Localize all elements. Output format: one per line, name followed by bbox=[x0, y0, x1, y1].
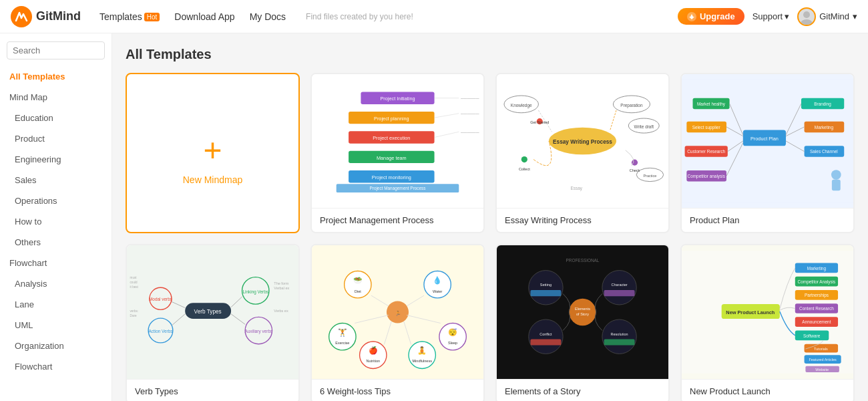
svg-text:Product Plan: Product Plan bbox=[750, 136, 779, 142]
svg-text:Website: Website bbox=[815, 368, 829, 372]
svg-text:Market healthy: Market healthy bbox=[697, 102, 726, 107]
template-card-story[interactable]: Setting Character Conflict Resolution bbox=[495, 244, 670, 401]
svg-text:Action Verbs: Action Verbs bbox=[148, 329, 172, 333]
svg-text:Software: Software bbox=[803, 333, 821, 338]
svg-rect-69 bbox=[832, 180, 841, 191]
svg-point-111 bbox=[409, 342, 435, 368]
sidebar-item-lane[interactable]: Lane bbox=[0, 294, 112, 315]
svg-text:Sleep: Sleep bbox=[448, 341, 457, 345]
svg-text:PROFESSIONAL: PROFESSIONAL bbox=[566, 258, 600, 263]
search-input[interactable] bbox=[13, 45, 112, 55]
svg-text:——————: —————— bbox=[461, 98, 479, 101]
svg-text:Content Research: Content Research bbox=[799, 306, 834, 311]
svg-text:🏃: 🏃 bbox=[395, 311, 401, 316]
svg-text:Conflict: Conflict bbox=[539, 332, 552, 336]
sidebar-item-engineering[interactable]: Engineering bbox=[0, 149, 112, 170]
nav-mydocs[interactable]: My Docs bbox=[244, 9, 291, 25]
sidebar-item-analysis[interactable]: Analysis bbox=[0, 273, 112, 294]
template-card-essay[interactable]: Essay Writing Process Knowledge Preparat… bbox=[495, 73, 670, 233]
svg-point-35 bbox=[521, 156, 527, 162]
svg-rect-123 bbox=[530, 290, 561, 296]
svg-point-3 bbox=[803, 11, 810, 18]
svg-text:Preparation: Preparation bbox=[620, 103, 643, 108]
template-card-product[interactable]: Product Plan Market healthy Select suppl… bbox=[680, 73, 855, 233]
sidebar-item-howto[interactable]: How to bbox=[0, 211, 112, 232]
user-chevron-icon: ▾ bbox=[853, 11, 857, 21]
sidebar-item-all-templates[interactable]: All Templates bbox=[0, 66, 112, 87]
new-card-inner: + New Mindmap bbox=[127, 74, 298, 232]
template-thumb-launch: New Product Launch Marketing Competitor … bbox=[682, 245, 853, 379]
svg-point-102 bbox=[329, 323, 356, 350]
svg-text:Project execution: Project execution bbox=[373, 135, 410, 141]
user-menu[interactable]: GitMind ▾ bbox=[797, 7, 857, 26]
template-card-weight[interactable]: 🏃 🥗 Diet 💧 Water 🏋️ Exercise 😴 Sle bbox=[310, 244, 485, 401]
page-title: All Templates bbox=[126, 47, 855, 62]
support-button[interactable]: Support ▾ bbox=[752, 11, 790, 21]
svg-rect-132 bbox=[604, 339, 635, 345]
template-name-story: Elements of a Story bbox=[497, 379, 668, 401]
sidebar-item-mindmap[interactable]: Mind Map bbox=[0, 87, 112, 108]
svg-text:Collect: Collect bbox=[519, 167, 530, 171]
header-right: Upgrade Support ▾ GitMind ▾ bbox=[678, 7, 857, 26]
logo-text: GitMind bbox=[36, 9, 81, 23]
sidebar-item-sales[interactable]: Sales bbox=[0, 170, 112, 190]
sidebar-item-product[interactable]: Product bbox=[0, 128, 112, 149]
sidebar-item-others[interactable]: Others bbox=[0, 232, 112, 253]
template-thumb-verb: Verb Types Modal verbs Action Verbs Link… bbox=[127, 245, 298, 379]
svg-text:🧘: 🧘 bbox=[417, 346, 427, 355]
sidebar-item-operations[interactable]: Operations bbox=[0, 190, 112, 211]
svg-text:Marketing: Marketing bbox=[815, 125, 834, 130]
upgrade-icon bbox=[687, 12, 696, 21]
svg-text:Resolution: Resolution bbox=[611, 332, 628, 336]
template-name-verb: Verb Types bbox=[127, 379, 298, 401]
svg-text:Check: Check bbox=[630, 168, 640, 172]
sidebar-item-education[interactable]: Education bbox=[0, 108, 112, 128]
avatar bbox=[797, 7, 816, 26]
nav-links: TemplatesHot Download App My Docs Find f… bbox=[94, 9, 678, 25]
template-thumb-product: Product Plan Market healthy Select suppl… bbox=[682, 74, 853, 208]
template-thumb-story: Setting Character Conflict Resolution bbox=[497, 245, 668, 379]
template-name-launch: New Product Launch bbox=[682, 379, 853, 401]
sidebar-item-uml[interactable]: UML bbox=[0, 315, 112, 336]
new-mindmap-label: New Mindmap bbox=[183, 174, 242, 185]
svg-text:could: could bbox=[130, 281, 138, 284]
main: All Templates + New Mindmap Project Init… bbox=[112, 33, 868, 401]
search-box[interactable]: 🔍 bbox=[7, 41, 105, 59]
layout: 🔍 All Templates Mind Map Education Produ… bbox=[0, 33, 868, 401]
user-avatar-icon bbox=[799, 9, 815, 25]
sidebar-item-flowchart2[interactable]: Flowchart bbox=[0, 356, 112, 377]
svg-text:🥗: 🥗 bbox=[353, 275, 363, 285]
svg-point-130 bbox=[602, 319, 636, 354]
svg-text:Project planning: Project planning bbox=[374, 116, 409, 122]
logo[interactable]: GitMind bbox=[11, 6, 81, 27]
svg-text:must: must bbox=[130, 276, 138, 279]
svg-text:Marketing: Marketing bbox=[807, 266, 827, 271]
template-name-essay: Essay Writing Process bbox=[497, 208, 668, 232]
sidebar-item-flowchart[interactable]: Flowchart bbox=[0, 253, 112, 273]
svg-text:Essay: Essay bbox=[571, 186, 583, 191]
svg-text:Manage team: Manage team bbox=[377, 155, 407, 161]
svg-text:Exercise: Exercise bbox=[335, 341, 349, 345]
template-card-pm[interactable]: Project Initiating Project planning Proj… bbox=[310, 73, 485, 233]
svg-text:Elements: Elements bbox=[575, 307, 590, 311]
nav-download[interactable]: Download App bbox=[169, 9, 240, 25]
svg-text:Announcement: Announcement bbox=[802, 319, 831, 324]
svg-point-108 bbox=[360, 342, 387, 368]
svg-text:Sales Channel: Sales Channel bbox=[810, 149, 838, 154]
sidebar-item-organization[interactable]: Organization bbox=[0, 336, 112, 356]
template-card-verb[interactable]: Verb Types Modal verbs Action Verbs Link… bbox=[126, 244, 300, 401]
svg-rect-126 bbox=[604, 290, 635, 296]
upgrade-button[interactable]: Upgrade bbox=[678, 8, 744, 25]
svg-text:Partnerships: Partnerships bbox=[805, 293, 829, 298]
svg-text:Select supplier: Select supplier bbox=[692, 125, 721, 130]
svg-text:💧: 💧 bbox=[433, 275, 442, 285]
template-name-pm: Project Management Process bbox=[312, 208, 483, 232]
svg-text:——————: —————— bbox=[461, 112, 479, 116]
svg-text:Nutrition: Nutrition bbox=[367, 359, 380, 363]
nav-templates[interactable]: TemplatesHot bbox=[94, 9, 165, 25]
svg-text:Project Management Process: Project Management Process bbox=[369, 186, 425, 191]
svg-text:Verb Types: Verb Types bbox=[194, 309, 222, 315]
svg-text:Linking Verbs: Linking Verbs bbox=[243, 289, 268, 295]
template-card-launch[interactable]: New Product Launch Marketing Competitor … bbox=[680, 244, 855, 401]
new-mindmap-card[interactable]: + New Mindmap bbox=[126, 73, 300, 233]
